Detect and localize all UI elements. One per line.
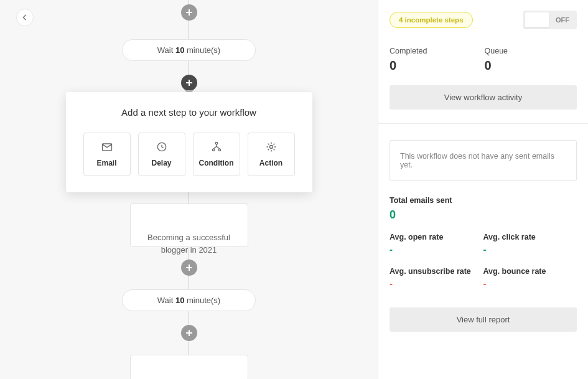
total-sent-label: Total emails sent (390, 196, 577, 205)
open-rate-metric: Avg. open rate - (390, 233, 483, 255)
stat-value: 0 (485, 58, 577, 73)
clock-icon (156, 141, 168, 152)
stat-label: Completed (390, 47, 482, 55)
metric-value: - (483, 244, 577, 255)
connector-line (189, 61, 189, 75)
stat-value: 0 (390, 58, 482, 73)
step-option-delay[interactable]: Delay (138, 133, 185, 176)
wait-prefix: Wait (157, 296, 175, 305)
sidebar: 4 incomplete steps OFF Completed 0 Queue… (378, 0, 588, 379)
mail-icon (101, 141, 113, 152)
view-report-button[interactable]: View full report (390, 307, 577, 332)
email-step-card[interactable] (130, 355, 248, 379)
wait-prefix: Wait (157, 45, 175, 55)
connector-line (189, 0, 189, 4)
add-step-button-active[interactable] (181, 75, 197, 91)
metric-label: Avg. bounce rate (483, 267, 577, 276)
connector-line (189, 276, 189, 289)
wait-value: 10 (175, 45, 184, 55)
total-sent-value: 0 (390, 208, 577, 222)
wait-value: 10 (175, 296, 184, 305)
add-step-popover: Add a next step to your workflow Email D… (66, 92, 312, 192)
step-option-label: Action (259, 159, 282, 167)
toggle-knob (525, 12, 549, 27)
connector-line (189, 247, 189, 260)
workflow-canvas: Wait 10 minute(s) Becoming a successful … (0, 0, 378, 379)
svg-point-4 (218, 149, 220, 151)
connector-line (189, 311, 189, 325)
view-activity-button[interactable]: View workflow activity (390, 85, 577, 110)
svg-point-3 (212, 149, 214, 151)
unsubscribe-rate-metric: Avg. unsubscribe rate - (390, 267, 483, 289)
step-option-label: Email (96, 159, 116, 167)
back-button[interactable] (16, 9, 34, 26)
gear-icon (265, 141, 278, 152)
metric-value: - (483, 278, 577, 289)
wait-suffix: minute(s) (184, 45, 220, 55)
step-option-email[interactable]: Email (83, 133, 131, 176)
metric-value: - (390, 278, 483, 289)
add-step-button[interactable] (181, 325, 197, 341)
add-step-button[interactable] (181, 260, 197, 276)
step-option-action[interactable]: Action (248, 133, 295, 176)
svg-point-2 (215, 143, 217, 144)
metric-label: Avg. click rate (483, 233, 577, 241)
wait-step[interactable]: Wait 10 minute(s) (122, 39, 256, 61)
no-emails-notice: This workflow does not have any sent ema… (390, 140, 577, 181)
connector-line (189, 21, 189, 39)
metric-label: Avg. unsubscribe rate (390, 267, 483, 276)
svg-point-5 (269, 146, 273, 149)
wait-suffix: minute(s) (184, 296, 220, 305)
metric-value: - (390, 244, 483, 255)
connector-line (189, 341, 189, 355)
email-step-card[interactable]: Becoming a successful blogger in 2021 (130, 204, 248, 247)
completed-stat: Completed 0 (390, 47, 482, 73)
incomplete-steps-badge[interactable]: 4 incomplete steps (390, 12, 473, 28)
toggle-label: OFF (556, 16, 569, 24)
popover-title: Add a next step to your workflow (82, 107, 296, 118)
step-option-condition[interactable]: Condition (193, 133, 240, 176)
workflow-toggle[interactable]: OFF (523, 11, 577, 29)
stat-label: Queue (485, 47, 577, 55)
bounce-rate-metric: Avg. bounce rate - (483, 267, 577, 289)
wait-step[interactable]: Wait 10 minute(s) (122, 289, 256, 311)
queue-stat: Queue 0 (485, 47, 577, 73)
branch-icon (210, 141, 223, 152)
metric-label: Avg. open rate (390, 233, 483, 241)
add-step-button[interactable] (181, 4, 197, 21)
step-option-label: Condition (199, 159, 234, 167)
step-option-label: Delay (151, 159, 171, 167)
click-rate-metric: Avg. click rate - (483, 233, 577, 255)
